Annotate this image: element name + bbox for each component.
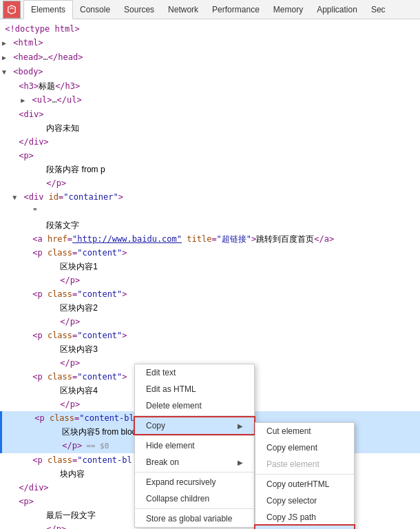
dom-line[interactable]: <h3>标题</h3>	[0, 79, 420, 93]
tab-performance[interactable]: Performance	[205, 0, 266, 19]
context-menu-divider	[135, 415, 254, 416]
submenu-arrow-icon: ▶	[238, 422, 243, 430]
context-menu-break-on[interactable]: Break on ▶	[135, 454, 254, 470]
elements-panel: <!doctype html> ▶ <html> ▶ <head>…</head…	[0, 19, 420, 529]
sub-menu-copy-js-path[interactable]: Copy JS path	[255, 509, 354, 526]
dom-line[interactable]: <p class="content">	[0, 246, 420, 260]
dom-line[interactable]: <div>	[0, 107, 420, 121]
sub-menu-copy-selector[interactable]: Copy selector	[255, 492, 354, 509]
sub-menu-cut-element[interactable]: Cut element	[255, 423, 354, 439]
dom-line[interactable]: ▶ <head>…</head>	[0, 50, 420, 65]
tab-sources[interactable]: Sources	[117, 0, 161, 19]
dom-line[interactable]: 区块内容2	[0, 301, 420, 315]
dom-line[interactable]: </p>	[0, 273, 420, 287]
dom-line[interactable]: <p class="content">	[0, 287, 420, 301]
tab-application[interactable]: Application	[310, 0, 364, 19]
tab-network[interactable]: Network	[161, 0, 205, 19]
dom-line[interactable]: </p>	[0, 315, 420, 329]
context-menu-edit-html[interactable]: Edit as HTML	[135, 381, 254, 397]
dom-line[interactable]: 段落内容 from p	[0, 163, 420, 176]
tab-console[interactable]: Console	[73, 0, 117, 19]
sub-context-menu: Cut element Copy element Paste element C…	[255, 422, 355, 529]
dom-line[interactable]: </div>	[0, 135, 420, 149]
dom-line[interactable]: ▶ <html>	[0, 36, 420, 50]
sub-menu-paste-element: Paste element	[255, 456, 354, 473]
context-menu-divider	[135, 508, 254, 509]
context-menu-store-global[interactable]: Store as global variable	[135, 510, 254, 527]
context-menu-divider	[135, 472, 254, 473]
sub-menu-copy-outerhtml[interactable]: Copy outerHTML	[255, 476, 354, 492]
context-menu-edit-text[interactable]: Edit text	[135, 364, 254, 381]
dom-line[interactable]: ▼ <body>	[0, 65, 420, 79]
tab-bar: Elements Console Sources Network Perform…	[0, 0, 420, 19]
dom-line[interactable]: <p class="content">	[0, 329, 420, 342]
sub-menu-divider	[255, 474, 354, 475]
context-menu-hide-element[interactable]: Hide element	[135, 437, 254, 454]
context-menu-expand-recursively[interactable]: Expand recursively	[135, 474, 254, 490]
sub-menu-copy-xpath[interactable]: Copy XPath	[255, 526, 354, 529]
dom-line[interactable]: ▶ <ul>…</ul>	[0, 93, 420, 107]
context-menu: Edit text Edit as HTML Delete element Co…	[134, 364, 255, 528]
context-menu-delete-element[interactable]: Delete element	[135, 397, 254, 414]
devtools-icon	[3, 1, 21, 19]
dom-line[interactable]: <p>	[0, 149, 420, 163]
tab-sec[interactable]: Sec	[364, 0, 392, 19]
context-menu-divider	[135, 435, 254, 436]
tab-memory[interactable]: Memory	[266, 0, 310, 19]
dom-line[interactable]: 内容未知	[0, 121, 420, 135]
sub-menu-copy-element[interactable]: Copy element	[255, 439, 354, 456]
submenu-arrow-icon: ▶	[238, 459, 243, 466]
dom-line[interactable]: 区块内容1	[0, 260, 420, 273]
dom-line[interactable]: "	[0, 205, 420, 218]
dom-line[interactable]: <a href="http://www.baidu.com" title="超链…	[0, 232, 420, 246]
tab-elements[interactable]: Elements	[23, 0, 73, 19]
dom-line[interactable]: <!doctype html>	[0, 22, 420, 36]
dom-line[interactable]: 段落文字	[0, 218, 420, 232]
dom-line[interactable]: 区块内容3	[0, 342, 420, 356]
dom-line[interactable]: </p>	[0, 176, 420, 190]
context-menu-collapse-children[interactable]: Collapse children	[135, 490, 254, 507]
dom-line[interactable]: ▼ <div id="container">	[0, 190, 420, 205]
context-menu-copy[interactable]: Copy ▶	[135, 417, 254, 434]
